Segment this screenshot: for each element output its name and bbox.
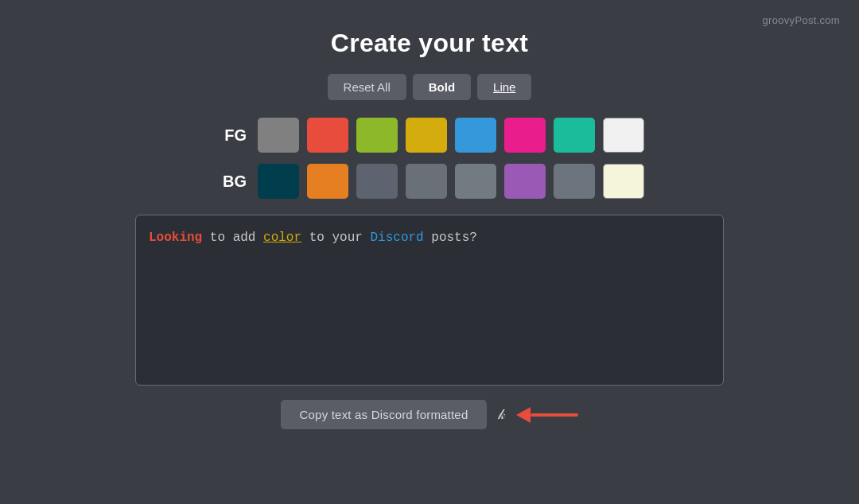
- text-word-color: color: [263, 231, 301, 245]
- watermark: groovyPost.com: [763, 14, 840, 26]
- text-word-space1: to add: [202, 231, 263, 245]
- cursor-icon: 𝓀: [498, 406, 505, 423]
- text-editor-container: Looking to add color to your Discord pos…: [135, 215, 724, 386]
- bg-swatch-1[interactable]: [307, 164, 348, 199]
- fg-swatch-3[interactable]: [406, 118, 447, 153]
- fg-swatch-2[interactable]: [356, 118, 398, 153]
- bg-swatch-3[interactable]: [406, 164, 447, 199]
- bg-color-row: BG: [215, 164, 644, 199]
- fg-swatch-6[interactable]: [554, 118, 595, 153]
- text-word-looking: Looking: [149, 231, 202, 245]
- reset-all-button[interactable]: Reset All: [328, 74, 406, 100]
- arrow-indicator: [518, 407, 578, 423]
- fg-color-row: FG: [215, 118, 644, 153]
- copy-discord-button[interactable]: Copy text as Discord formatted: [281, 400, 488, 429]
- fg-label: FG: [215, 126, 247, 145]
- bg-label: BG: [215, 173, 247, 191]
- fg-swatch-0[interactable]: [258, 118, 299, 153]
- text-word-to-your: to your: [301, 231, 370, 245]
- text-word-discord: Discord: [370, 231, 423, 245]
- color-section: FG BG: [215, 118, 644, 199]
- copy-btn-container: Copy text as Discord formatted 𝓀: [281, 400, 579, 429]
- fg-swatch-4[interactable]: [455, 118, 496, 153]
- bg-swatch-6[interactable]: [554, 164, 595, 199]
- page-title: Create your text: [331, 29, 528, 58]
- bg-swatch-2[interactable]: [356, 164, 398, 199]
- line-button[interactable]: Line: [477, 74, 531, 100]
- text-editor[interactable]: Looking to add color to your Discord pos…: [135, 215, 724, 386]
- bg-swatch-4[interactable]: [455, 164, 496, 199]
- fg-swatch-5[interactable]: [504, 118, 546, 153]
- bg-swatch-7[interactable]: [603, 164, 644, 199]
- text-word-posts: posts?: [424, 231, 477, 245]
- bold-button[interactable]: Bold: [413, 74, 471, 100]
- arrow-line-icon: [531, 413, 578, 417]
- fg-swatch-7[interactable]: [603, 118, 644, 153]
- bg-swatch-0[interactable]: [258, 164, 299, 199]
- bg-swatch-5[interactable]: [504, 164, 546, 199]
- arrow-head-icon: [516, 407, 531, 423]
- toolbar: Reset All Bold Line: [328, 74, 532, 100]
- fg-swatch-1[interactable]: [307, 118, 348, 153]
